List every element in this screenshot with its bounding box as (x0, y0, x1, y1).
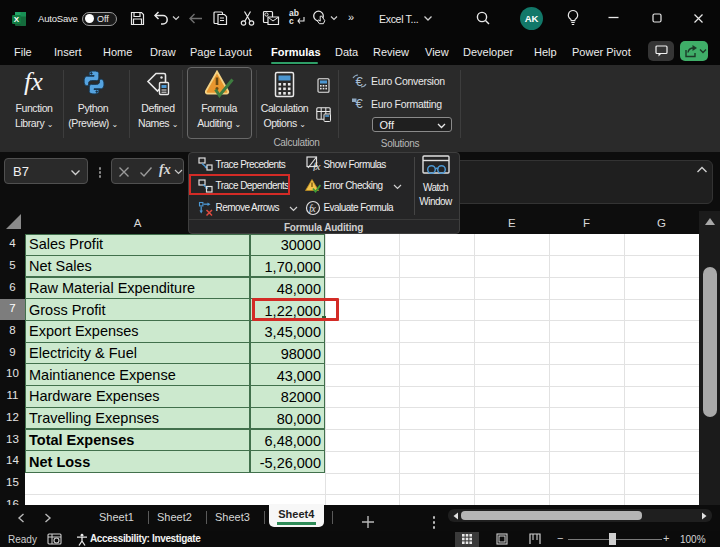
svg-text:€: € (356, 74, 364, 88)
svg-text:fx: fx (309, 203, 316, 214)
svg-text:fx: fx (313, 160, 321, 171)
svg-text:€: € (356, 96, 364, 110)
svg-text:X: X (14, 15, 20, 24)
